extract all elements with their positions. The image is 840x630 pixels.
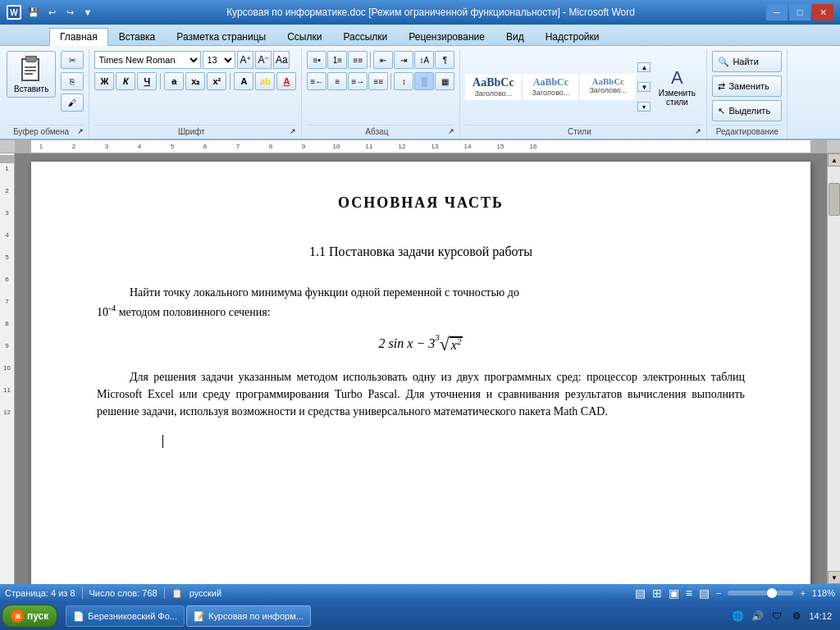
minimize-button[interactable]: ─	[766, 4, 788, 21]
align-right-button[interactable]: ≡→	[348, 72, 368, 90]
left-ruler-7: 7	[5, 298, 8, 305]
scroll-track[interactable]	[828, 167, 840, 571]
view-print-btn[interactable]: ▣	[669, 587, 679, 600]
strikethrough-button[interactable]: a	[164, 72, 184, 90]
tab-layout[interactable]: Разметка страницы	[166, 28, 276, 45]
tab-references[interactable]: Ссылки	[276, 28, 332, 45]
superscript-button[interactable]: x²	[207, 72, 226, 90]
scroll-down-btn[interactable]: ▼	[828, 571, 840, 584]
zoom-in-btn[interactable]: +	[800, 588, 805, 598]
document-container[interactable]: ОСНОВНАЯ ЧАСТЬ 1.1 Постановка задачи кур…	[15, 153, 827, 584]
view-normal-btn[interactable]: ▤	[635, 587, 646, 600]
subscript-button[interactable]: x₂	[185, 72, 205, 90]
style-item-3[interactable]: AaBbCc Заголово...	[580, 74, 636, 100]
sort-button[interactable]: ↕A	[414, 51, 434, 69]
gallery-more-btn[interactable]: ▾	[637, 102, 651, 112]
change-styles-btn[interactable]: A Изменить стили	[652, 66, 701, 108]
close-button[interactable]: ✕	[812, 4, 833, 21]
para-expand-icon[interactable]: ↗	[448, 127, 454, 135]
multilevel-button[interactable]: ≡≡	[348, 51, 368, 69]
font-name-select[interactable]: Times New Roman	[94, 51, 201, 69]
tray-icon-update[interactable]: ⚙	[789, 609, 804, 623]
replace-button[interactable]: ⇄ Заменить	[712, 75, 782, 97]
gallery-down-btn[interactable]: ▼	[637, 82, 651, 92]
numbering-button[interactable]: 1≡	[327, 51, 347, 69]
increase-indent-button[interactable]: ⇥	[394, 51, 413, 69]
tab-review[interactable]: Рецензирование	[398, 28, 495, 45]
gallery-up-btn[interactable]: ▲	[637, 62, 651, 72]
dropdown-quick-btn[interactable]: ▼	[80, 5, 95, 20]
save-quick-btn[interactable]: 💾	[26, 5, 41, 20]
title-bar: W 💾 ↩ ↪ ▼ Курсовая по информатике.doc [Р…	[0, 0, 840, 25]
format-paint-button[interactable]: 🖌	[61, 94, 84, 112]
style-item-1[interactable]: AaBbCc Заголово...	[465, 74, 521, 100]
vertical-scrollbar[interactable]: ▲ ▼	[827, 153, 840, 584]
bold-button[interactable]: Ж	[94, 72, 114, 90]
word-count: Число слов: 768	[89, 588, 158, 598]
find-button[interactable]: 🔍 Найти	[712, 51, 782, 72]
shading-button[interactable]: ░	[414, 72, 434, 90]
font-decrease-btn[interactable]: A⁻	[255, 51, 272, 69]
start-button[interactable]: ⊞ пуск	[2, 605, 57, 628]
undo-quick-btn[interactable]: ↩	[44, 5, 59, 20]
styles-expand-icon[interactable]: ↗	[695, 127, 701, 135]
font-expand-icon[interactable]: ↗	[290, 127, 296, 135]
document-page[interactable]: ОСНОВНАЯ ЧАСТЬ 1.1 Постановка задачи кур…	[31, 162, 810, 584]
tab-mailings[interactable]: Рассылки	[332, 28, 398, 45]
taskbar-item-2[interactable]: 📝 Курсовая по информ...	[186, 605, 311, 627]
font-size-select[interactable]: 13	[203, 51, 235, 69]
align-center-button[interactable]: ≡	[327, 72, 347, 90]
tray-icon-security[interactable]: 🛡	[769, 609, 784, 623]
main-area: 1 2 3 4 5 6 7 8 9 10 11 12 ОСНОВНАЯ ЧАСТ…	[0, 153, 840, 584]
align-left-button[interactable]: ≡←	[307, 72, 326, 90]
cut-button[interactable]: ✂	[61, 51, 84, 69]
zoom-thumb[interactable]	[767, 588, 777, 598]
formula-part1: 2 sin x − 3	[379, 336, 436, 349]
borders-button[interactable]: ▦	[435, 72, 454, 90]
document-para1: Найти точку локального минимума функции …	[97, 284, 745, 321]
text-effects-button[interactable]: A	[234, 72, 253, 90]
clear-format-btn[interactable]: Aa	[273, 51, 290, 69]
tab-view[interactable]: Вид	[495, 28, 535, 45]
view-outline-btn[interactable]: ≡	[686, 587, 692, 600]
para-row2: ≡← ≡ ≡→ ≡≡ ↕ ░ ▦	[307, 72, 454, 90]
tab-home[interactable]: Главная	[49, 28, 108, 46]
taskbar-item-1-icon: 📄	[73, 611, 84, 622]
copy-button[interactable]: ⎘	[61, 72, 84, 90]
tab-addins[interactable]: Надстройки	[535, 28, 610, 45]
select-button[interactable]: ↖ Выделить	[712, 100, 782, 121]
font-color-button[interactable]: A	[276, 72, 296, 90]
font-label-row: Шрифт ↗	[94, 125, 296, 137]
tray-icon-volume[interactable]: 🔊	[750, 609, 765, 623]
ribbon-tabs: Главная Вставка Разметка страницы Ссылки…	[0, 25, 840, 46]
taskbar-item-1[interactable]: 📄 Березниковский Фо...	[66, 605, 185, 627]
align-justify-button[interactable]: ≡≡	[368, 72, 388, 90]
redo-quick-btn[interactable]: ↪	[62, 5, 77, 20]
line-spacing-button[interactable]: ↕	[394, 72, 413, 90]
bullets-button[interactable]: ≡•	[307, 51, 326, 69]
style-item-2[interactable]: AaBbCc Заголово...	[523, 74, 578, 100]
tray-icon-network[interactable]: 🌐	[730, 609, 745, 623]
maximize-button[interactable]: □	[789, 4, 810, 21]
font-increase-btn[interactable]: A⁺	[237, 51, 253, 69]
left-ruler-1: 1	[5, 165, 8, 172]
para-label: Абзац	[307, 126, 446, 137]
scroll-up-btn[interactable]: ▲	[828, 153, 840, 167]
highlight-button[interactable]: ab	[255, 72, 275, 90]
tab-insert[interactable]: Вставка	[108, 28, 167, 45]
clipboard-expand-icon[interactable]: ↗	[77, 127, 84, 135]
decrease-indent-button[interactable]: ⇤	[373, 51, 393, 69]
italic-button[interactable]: К	[116, 72, 135, 90]
clipboard-content: Вставить ✂ ⎘ 🖌	[7, 51, 84, 123]
zoom-slider[interactable]	[728, 591, 793, 596]
zoom-out-btn[interactable]: −	[716, 588, 721, 598]
left-ruler-5: 5	[5, 253, 8, 261]
underline-button[interactable]: Ч	[137, 72, 157, 90]
show-marks-button[interactable]: ¶	[435, 51, 454, 69]
view-draft-btn[interactable]: ▤	[699, 587, 710, 600]
scroll-thumb[interactable]	[829, 183, 840, 216]
paste-button[interactable]: Вставить	[7, 51, 56, 98]
ruler-content: 1 2 3 4 5 6 7 8 9 10 11 12 13 14 15 16	[31, 140, 810, 153]
left-ruler-11: 11	[3, 386, 11, 394]
view-web-btn[interactable]: ⊞	[652, 587, 662, 600]
